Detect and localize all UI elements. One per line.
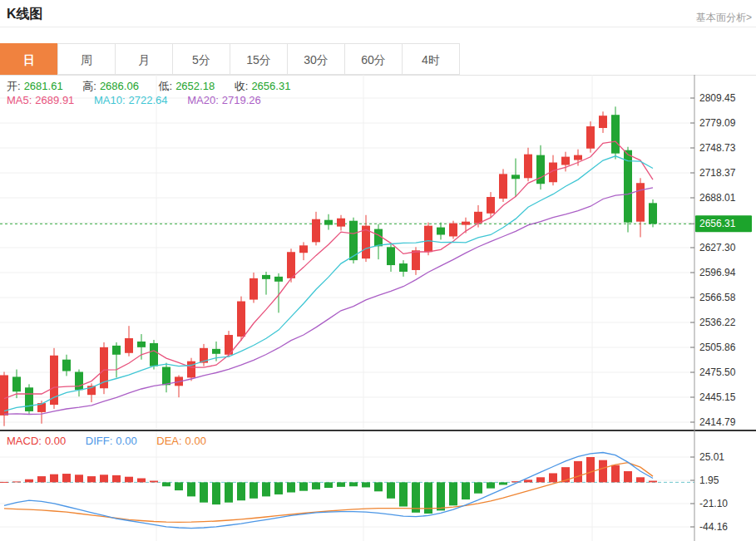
macd-value: 0.00: [45, 435, 66, 447]
period-tabstrip: 日 周 月 5分 15分 30分 60分 4时: [0, 43, 756, 76]
svg-text:2505.86: 2505.86: [699, 342, 736, 353]
ma-legend: MA5:2689.91 MA10:2722.64 MA20:2719.26: [7, 94, 278, 106]
tab-4hour[interactable]: 4时: [402, 43, 460, 75]
low-label: 低:: [159, 80, 173, 92]
macd-legend: MACD:0.00 DIFF:0.00 DEA:0.00: [7, 435, 223, 447]
tab-15min[interactable]: 15分: [230, 43, 288, 75]
ma10-value: 2722.64: [129, 94, 168, 106]
svg-text:2536.22: 2536.22: [699, 317, 736, 328]
ma20-label: MA20:: [187, 94, 219, 106]
tab-60min[interactable]: 60分: [344, 43, 403, 75]
open-value: 2681.61: [24, 80, 63, 92]
close-value: 2656.31: [251, 80, 290, 92]
svg-text:2627.30: 2627.30: [699, 242, 736, 253]
svg-text:2566.58: 2566.58: [699, 292, 736, 303]
svg-text:2688.01: 2688.01: [699, 192, 736, 204]
open-label: 开:: [7, 80, 21, 92]
high-value: 2686.06: [100, 80, 139, 92]
macd-label: MACD:: [7, 435, 42, 447]
page-header: K线图 基本面分析>: [0, 0, 756, 27]
page-title: K线图: [7, 6, 43, 23]
dea-value: 0.00: [185, 435, 206, 447]
svg-text:-44.16: -44.16: [699, 521, 728, 533]
svg-text:2748.73: 2748.73: [699, 142, 736, 154]
tab-month[interactable]: 月: [115, 43, 173, 75]
svg-text:2779.09: 2779.09: [699, 117, 736, 129]
dea-label: DEA:: [156, 435, 181, 447]
svg-text:2414.79: 2414.79: [699, 416, 736, 428]
svg-text:2475.50: 2475.50: [699, 366, 736, 378]
diff-label: DIFF:: [86, 435, 113, 447]
tab-day[interactable]: 日: [0, 43, 58, 75]
svg-text:2596.94: 2596.94: [699, 267, 736, 278]
ma10-label: MA10:: [94, 94, 126, 106]
close-label: 收:: [235, 80, 249, 92]
kline-page: K线图 基本面分析> 日 周 月 5分 15分 30分 60分 4时 2809.…: [0, 0, 756, 541]
svg-text:25.01: 25.01: [699, 451, 724, 463]
svg-text:2718.37: 2718.37: [699, 167, 736, 179]
low-value: 2652.18: [175, 80, 215, 92]
kline-chart-svg[interactable]: 2809.452779.092748.732718.372688.012627.…: [0, 75, 756, 541]
chart-area: 2809.452779.092748.732718.372688.012627.…: [0, 75, 756, 541]
svg-text:-21.10: -21.10: [699, 498, 728, 509]
svg-text:2656.31: 2656.31: [699, 218, 736, 229]
current-price-badge: 2656.31: [695, 215, 752, 232]
ma5-label: MA5:: [7, 94, 32, 106]
tab-30min[interactable]: 30分: [287, 43, 345, 75]
tab-5min[interactable]: 5分: [172, 43, 230, 75]
diff-value: 0.00: [116, 435, 136, 447]
svg-text:2445.15: 2445.15: [699, 391, 736, 403]
fundamental-analysis-link[interactable]: 基本面分析>: [696, 11, 752, 25]
ma20-value: 2719.26: [222, 94, 261, 106]
ohlc-legend: 开:2681.61 高:2686.06 低:2652.18 收:2656.31: [7, 79, 307, 94]
high-label: 高:: [82, 80, 96, 92]
svg-text:1.95: 1.95: [699, 475, 719, 486]
tab-week[interactable]: 周: [57, 43, 116, 75]
svg-text:2809.45: 2809.45: [699, 92, 736, 104]
ma5-value: 2689.91: [35, 94, 74, 106]
